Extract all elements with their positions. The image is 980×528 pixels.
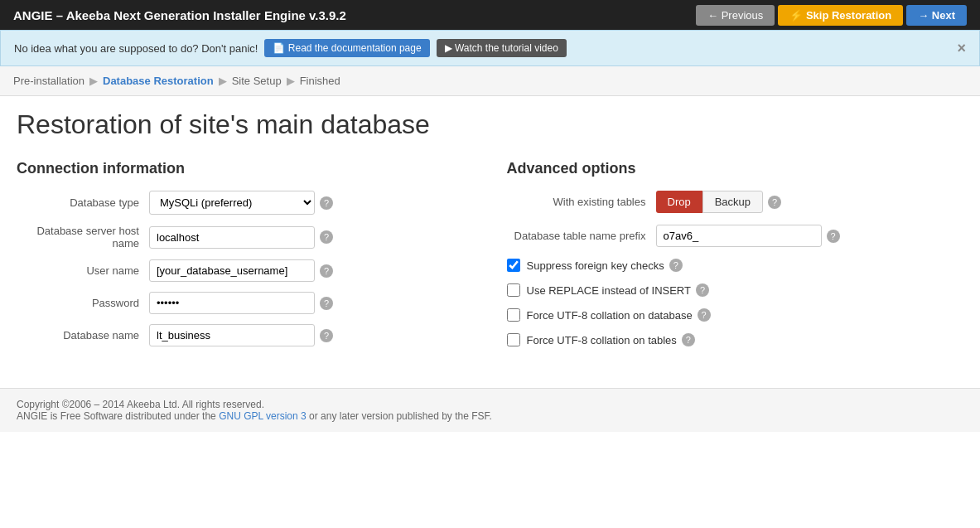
table-prefix-label: Database table name prefix <box>507 230 656 242</box>
db-type-select[interactable]: MySQLi (preferred) MySQL PDO MySQL <box>149 191 315 215</box>
use-replace-checkbox[interactable] <box>507 283 520 297</box>
force-utf8-tables-row: Force UTF-8 collation on tables ? <box>507 333 964 346</box>
suppress-fk-checkbox[interactable] <box>507 259 520 272</box>
password-label: Password <box>17 297 149 309</box>
footer-license: ANGIE is Free Software distributed under… <box>17 410 963 422</box>
force-utf8-db-label: Force UTF-8 collation on database <box>527 309 693 322</box>
footer-license-post: or any later version published by the FS… <box>307 410 492 422</box>
suppress-fk-help-icon[interactable]: ? <box>669 259 683 272</box>
previous-button[interactable]: ← Previous <box>696 5 775 26</box>
existing-tables-field: Drop Backup ? <box>656 191 782 213</box>
table-prefix-field: ? <box>656 225 840 247</box>
username-field: ? <box>149 259 333 282</box>
force-utf8-db-checkbox[interactable] <box>507 308 520 322</box>
existing-tables-label: With existing tables <box>507 196 656 208</box>
read-documentation-button[interactable]: 📄 Read the documentation page <box>264 39 429 57</box>
username-row: User name ? <box>17 259 474 282</box>
app-title: ANGIE – Akeeba Next Generation Installer… <box>13 8 346 22</box>
footer-copyright: Copyright ©2006 – 2014 Akeeba Ltd. All r… <box>17 399 963 410</box>
existing-tables-help-icon[interactable]: ? <box>768 196 781 209</box>
gnu-gpl-link[interactable]: GNU GPL version 3 <box>219 410 307 422</box>
suppress-fk-row: Suppress foreign key checks ? <box>507 259 964 272</box>
advanced-section-title: Advanced options <box>507 160 964 177</box>
breadcrumb-separator-2: ▶ <box>219 75 227 87</box>
use-replace-row: Use REPLACE instead of INSERT ? <box>507 283 964 297</box>
force-utf8-tables-help-icon[interactable]: ? <box>682 333 695 346</box>
db-host-label: Database server host name <box>17 225 149 249</box>
backup-button[interactable]: Backup <box>702 191 763 213</box>
page-title: Restoration of site's main database <box>17 109 963 140</box>
breadcrumb-separator-3: ▶ <box>287 75 295 87</box>
info-bar-content: No idea what you are supposed to do? Don… <box>14 39 567 57</box>
info-bar: No idea what you are supposed to do? Don… <box>0 30 980 66</box>
next-button[interactable]: → Next <box>906 5 967 26</box>
db-type-help-icon[interactable]: ? <box>320 196 333 210</box>
table-prefix-input[interactable] <box>656 225 822 247</box>
skip-restoration-button[interactable]: ⚡ Skip Restoration <box>778 5 903 26</box>
main-content: Restoration of site's main database Conn… <box>0 96 980 371</box>
watch-tutorial-button[interactable]: ▶ Watch the tutorial video <box>437 39 567 57</box>
connection-section-title: Connection information <box>17 160 474 177</box>
db-name-label: Database name <box>17 329 149 342</box>
breadcrumb-separator-1: ▶ <box>89 75 98 87</box>
force-utf8-tables-label: Force UTF-8 collation on tables <box>527 334 677 346</box>
username-input[interactable] <box>149 259 315 282</box>
db-name-field: ? <box>149 324 333 346</box>
breadcrumb-item-finished: Finished <box>300 75 340 87</box>
info-bar-text: No idea what you are supposed to do? Don… <box>14 42 258 55</box>
use-replace-help-icon[interactable]: ? <box>696 283 709 297</box>
force-utf8-db-row: Force UTF-8 collation on database ? <box>507 308 964 322</box>
force-utf8-db-help-icon[interactable]: ? <box>698 308 711 322</box>
db-name-input[interactable] <box>149 324 315 346</box>
suppress-fk-label: Suppress foreign key checks <box>527 259 664 272</box>
use-replace-label: Use REPLACE instead of INSERT <box>527 284 691 297</box>
connection-section: Connection information Database type MyS… <box>17 160 474 358</box>
username-help-icon[interactable]: ? <box>320 264 333 278</box>
breadcrumb: Pre-installation ▶ Database Restoration … <box>0 66 980 96</box>
content-columns: Connection information Database type MyS… <box>17 160 963 358</box>
db-type-row: Database type MySQLi (preferred) MySQL P… <box>17 191 474 215</box>
username-label: User name <box>17 264 149 277</box>
password-help-icon[interactable]: ? <box>320 297 333 310</box>
force-utf8-tables-checkbox[interactable] <box>507 333 520 346</box>
footer-license-pre: ANGIE is Free Software distributed under… <box>17 410 219 422</box>
header: ANGIE – Akeeba Next Generation Installer… <box>0 0 980 30</box>
drop-button[interactable]: Drop <box>656 191 702 213</box>
password-row: Password ? <box>17 292 474 314</box>
db-host-help-icon[interactable]: ? <box>320 230 333 244</box>
password-field: ? <box>149 292 333 314</box>
header-buttons: ← Previous ⚡ Skip Restoration → Next <box>696 5 967 26</box>
footer: Copyright ©2006 – 2014 Akeeba Ltd. All r… <box>0 388 980 432</box>
db-type-label: Database type <box>17 196 149 209</box>
breadcrumb-item-preinstallation: Pre-installation <box>13 75 84 87</box>
db-name-row: Database name ? <box>17 324 474 346</box>
db-name-help-icon[interactable]: ? <box>320 329 333 342</box>
existing-tables-button-group: Drop Backup <box>656 191 764 213</box>
db-host-field: ? <box>149 226 333 249</box>
close-info-bar-button[interactable]: × <box>957 40 966 57</box>
table-prefix-help-icon[interactable]: ? <box>827 230 840 243</box>
db-host-input[interactable] <box>149 226 315 249</box>
db-type-field: MySQLi (preferred) MySQL PDO MySQL ? <box>149 191 333 215</box>
table-prefix-row: Database table name prefix ? <box>507 225 964 247</box>
advanced-section: Advanced options With existing tables Dr… <box>507 160 964 358</box>
existing-tables-row: With existing tables Drop Backup ? <box>507 191 964 213</box>
breadcrumb-item-site-setup: Site Setup <box>232 75 282 87</box>
db-host-row: Database server host name ? <box>17 225 474 249</box>
password-input[interactable] <box>149 292 315 314</box>
breadcrumb-item-database-restoration: Database Restoration <box>103 75 214 87</box>
